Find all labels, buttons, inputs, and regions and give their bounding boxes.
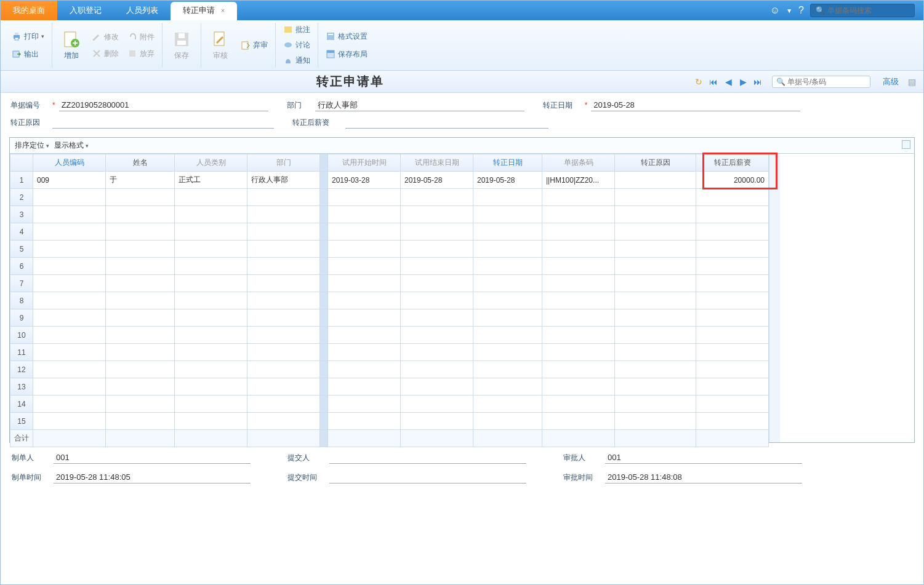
save-button[interactable]: 保存 bbox=[167, 30, 196, 61]
table-row[interactable]: 1009于正式工行政人事部2019-03-282019-05-282019-05… bbox=[10, 172, 769, 189]
table-row[interactable]: 15 bbox=[10, 413, 769, 430]
top-search[interactable]: 🔍 bbox=[810, 4, 915, 17]
formatset-button[interactable]: 格式设置 bbox=[323, 30, 370, 44]
svg-rect-12 bbox=[284, 26, 292, 33]
maker-input[interactable] bbox=[54, 452, 251, 464]
doc-search-input[interactable] bbox=[787, 78, 867, 86]
table-row[interactable]: 9 bbox=[10, 309, 769, 327]
col-trialend[interactable]: 试用结束日期 bbox=[401, 154, 473, 172]
date-input[interactable] bbox=[591, 99, 800, 111]
pencil-icon bbox=[92, 32, 102, 42]
delete-button[interactable]: 删除 bbox=[89, 47, 121, 61]
table-row[interactable]: 11 bbox=[10, 344, 769, 361]
attach-button[interactable]: 附件 bbox=[125, 30, 157, 44]
prev-icon[interactable]: ◀ bbox=[723, 76, 734, 87]
maketime-input[interactable] bbox=[54, 471, 251, 484]
table-row[interactable]: 14 bbox=[10, 396, 769, 413]
sort-button[interactable]: 排序定位▾ bbox=[15, 140, 49, 151]
maker-label: 制单人 bbox=[12, 453, 49, 463]
submittime-input[interactable] bbox=[329, 471, 526, 484]
add-icon bbox=[62, 30, 81, 49]
table-row[interactable]: 2 bbox=[10, 189, 769, 206]
first-icon[interactable]: ⏮ bbox=[708, 76, 719, 87]
total-row: 合计 bbox=[10, 430, 769, 447]
discard-button[interactable]: 放弃 bbox=[125, 47, 157, 61]
table-row[interactable]: 3 bbox=[10, 206, 769, 223]
table-row[interactable]: 8 bbox=[10, 292, 769, 309]
tab-onboard[interactable]: 入职登记 bbox=[57, 1, 114, 20]
table-row[interactable]: 4 bbox=[10, 223, 769, 241]
tab-zhengzhuan[interactable]: 转正申请 × bbox=[171, 2, 237, 20]
bell-icon bbox=[283, 56, 293, 66]
display-button[interactable]: 显示格式▾ bbox=[54, 140, 89, 151]
form-title-bar: 转正申请单 ↻ ⏮ ◀ ▶ ⏭ 🔍 高级 ▤ bbox=[1, 71, 923, 93]
savelayout-button[interactable]: 保存布局 bbox=[323, 47, 370, 62]
col-dept[interactable]: 部门 bbox=[247, 154, 320, 172]
docno-label: 单据编号 bbox=[10, 100, 49, 111]
tab-close-icon[interactable]: × bbox=[221, 7, 225, 14]
col-name[interactable]: 姓名 bbox=[106, 154, 175, 172]
svg-rect-10 bbox=[214, 32, 224, 46]
expand-icon[interactable] bbox=[902, 140, 910, 149]
doc-search[interactable]: 🔍 bbox=[772, 76, 870, 88]
table-row[interactable]: 10 bbox=[10, 327, 769, 344]
approvetime-label: 审批时间 bbox=[563, 472, 600, 483]
maketime-label: 制单时间 bbox=[12, 472, 49, 483]
approver-input[interactable] bbox=[605, 452, 802, 464]
col-zzdate[interactable]: 转正日期 bbox=[473, 154, 542, 172]
note-icon bbox=[283, 25, 293, 35]
modify-button[interactable]: 修改 bbox=[89, 30, 121, 44]
clip-icon bbox=[127, 32, 137, 42]
col-personcode[interactable]: 人员编码 bbox=[33, 154, 106, 172]
table-row[interactable]: 5 bbox=[10, 241, 769, 258]
col-postsalary[interactable]: 转正后薪资 bbox=[696, 154, 769, 172]
postsalary-input[interactable] bbox=[345, 116, 548, 129]
svg-rect-1 bbox=[15, 33, 18, 35]
tab-desktop[interactable]: 我的桌面 bbox=[1, 1, 57, 20]
tab-label: 转正申请 bbox=[183, 6, 215, 15]
next-icon[interactable]: ▶ bbox=[737, 76, 749, 87]
advanced-link[interactable]: 高级 bbox=[883, 76, 899, 87]
last-icon[interactable]: ⏭ bbox=[752, 76, 763, 87]
date-label: 转正日期 bbox=[543, 100, 581, 111]
smile-icon[interactable]: ☺ bbox=[770, 5, 780, 16]
help-icon[interactable]: ? bbox=[798, 5, 804, 16]
main-tab-bar: 我的桌面 入职登记 人员列表 转正申请 × ☺ ▼ ? 🔍 bbox=[1, 1, 923, 20]
col-reason[interactable]: 转正原因 bbox=[615, 154, 696, 172]
svg-rect-9 bbox=[179, 33, 185, 38]
col-trialstart[interactable]: 试用开始时间 bbox=[328, 154, 401, 172]
submitter-input[interactable] bbox=[329, 452, 526, 464]
list-icon[interactable]: ▤ bbox=[906, 76, 917, 87]
search-icon: 🔍 bbox=[816, 6, 825, 15]
print-button[interactable]: 打印▾ bbox=[9, 30, 47, 44]
top-search-input[interactable] bbox=[827, 6, 914, 15]
add-button[interactable]: 增加 bbox=[57, 30, 86, 61]
svg-point-13 bbox=[284, 42, 292, 47]
reason-input[interactable] bbox=[52, 116, 274, 129]
output-button[interactable]: 输出 bbox=[9, 47, 47, 62]
grid-scrollbar[interactable] bbox=[769, 154, 780, 442]
ribbon-toolbar: 打印▾ 输出 增加 修改 删除 附件 bbox=[1, 20, 923, 71]
col-splitter[interactable] bbox=[320, 154, 328, 172]
table-row[interactable]: 13 bbox=[10, 378, 769, 396]
table-row[interactable]: 12 bbox=[10, 361, 769, 378]
docno-input[interactable] bbox=[59, 99, 268, 111]
col-barcode[interactable]: 单据条码 bbox=[542, 154, 615, 172]
refresh-icon[interactable]: ↻ bbox=[693, 76, 704, 87]
audit-button[interactable]: 审核 bbox=[206, 30, 235, 61]
dept-input[interactable] bbox=[315, 99, 524, 111]
discuss-button[interactable]: 讨论 bbox=[281, 38, 313, 52]
notify-button[interactable]: 通知 bbox=[281, 54, 313, 68]
tab-personlist[interactable]: 人员列表 bbox=[114, 1, 171, 20]
dropdown-icon[interactable]: ▼ bbox=[786, 7, 792, 14]
rownum-header bbox=[10, 154, 33, 172]
svg-rect-8 bbox=[177, 41, 186, 45]
table-row[interactable]: 6 bbox=[10, 258, 769, 275]
postsalary-label: 转正后薪资 bbox=[292, 117, 342, 128]
delete-icon bbox=[92, 49, 102, 58]
note-button[interactable]: 批注 bbox=[281, 23, 313, 37]
approvetime-input[interactable] bbox=[605, 471, 802, 484]
table-row[interactable]: 7 bbox=[10, 275, 769, 292]
col-persontype[interactable]: 人员类别 bbox=[175, 154, 247, 172]
abandon-button[interactable]: 弃审 bbox=[238, 38, 270, 52]
